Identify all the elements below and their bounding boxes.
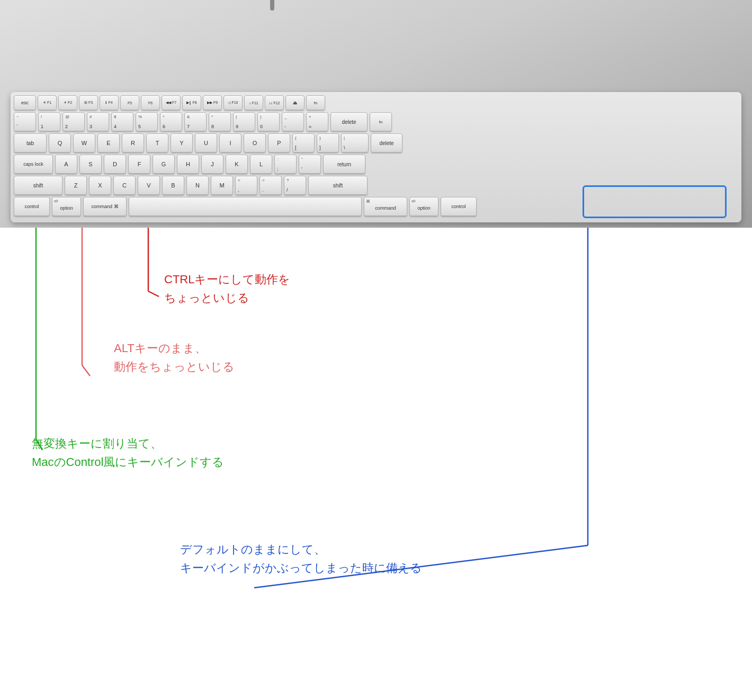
- key-h[interactable]: H: [177, 155, 199, 174]
- key-space[interactable]: [129, 197, 362, 216]
- key-caps-lock[interactable]: caps lock: [14, 155, 53, 174]
- key-esc[interactable]: esc: [14, 95, 36, 110]
- key-x[interactable]: X: [89, 176, 111, 195]
- key-shift-right[interactable]: shift: [308, 176, 368, 195]
- key-l[interactable]: L: [250, 155, 272, 174]
- key-backslash[interactable]: |\: [341, 133, 369, 152]
- key-minus[interactable]: _-: [282, 112, 304, 131]
- key-delete[interactable]: delete: [330, 112, 368, 131]
- key-3[interactable]: #3: [87, 112, 109, 131]
- key-u[interactable]: U: [195, 133, 217, 152]
- bottom-row: control alt option command ⌘ ⌘ command a…: [14, 197, 738, 216]
- key-0[interactable]: )0: [257, 112, 280, 131]
- key-c[interactable]: C: [113, 176, 136, 195]
- z-row: shift Z X C V B N M <, >. ?/ shift: [14, 176, 738, 195]
- key-t[interactable]: T: [146, 133, 168, 152]
- annotation-alt: ALTキーのまま、 動作をちょっといじる: [114, 339, 235, 376]
- key-f5[interactable]: F5: [120, 95, 139, 110]
- key-option-right[interactable]: alt option: [409, 197, 438, 216]
- key-quote[interactable]: "': [299, 155, 321, 174]
- key-p[interactable]: P: [268, 133, 290, 152]
- key-period[interactable]: >.: [259, 176, 282, 195]
- key-b[interactable]: B: [162, 176, 184, 195]
- key-r[interactable]: R: [122, 133, 144, 152]
- key-f6[interactable]: F6: [141, 95, 160, 110]
- alt-subtitle: 動作をちょっといじる: [114, 357, 235, 376]
- key-f10[interactable]: ◁ F10: [223, 95, 243, 110]
- key-j[interactable]: J: [201, 155, 223, 174]
- keyboard-cable: [270, 0, 274, 11]
- muhenkan-title: 無変換キーに割り当て、: [32, 434, 224, 453]
- key-eject[interactable]: ⏏: [285, 95, 305, 110]
- key-f7[interactable]: ◀◀ F7: [162, 95, 181, 110]
- key-f9[interactable]: ▶▶ F9: [203, 95, 222, 110]
- key-f12[interactable]: ♪♪ F12: [265, 95, 284, 110]
- fn-key-row: esc ☀ F1 ☀ F2 ⊞ F3 ℹ F4 F5 F6 ◀◀ F7 ▶‖ F…: [14, 95, 738, 110]
- key-1[interactable]: !1: [38, 112, 60, 131]
- default-subtitle: キーバインドがかぶってしまった時に備える: [180, 559, 422, 577]
- key-5[interactable]: %5: [136, 112, 158, 131]
- key-fn-right[interactable]: fn: [370, 112, 392, 131]
- key-f1[interactable]: ☀ F1: [38, 95, 57, 110]
- ctrl-subtitle: ちょっといじる: [164, 289, 290, 307]
- key-g[interactable]: G: [153, 155, 175, 174]
- key-shift-left[interactable]: shift: [14, 176, 62, 195]
- key-w[interactable]: W: [73, 133, 95, 152]
- key-f3[interactable]: ⊞ F3: [79, 95, 98, 110]
- key-delete2[interactable]: delete: [371, 133, 402, 152]
- key-f4[interactable]: ℹ F4: [100, 95, 119, 110]
- keyboard-section: esc ☀ F1 ☀ F2 ⊞ F3 ℹ F4 F5 F6 ◀◀ F7 ▶‖ F…: [0, 0, 752, 228]
- key-fn[interactable]: fn: [306, 95, 325, 110]
- key-2[interactable]: @2: [62, 112, 85, 131]
- muhenkan-subtitle: MacのControl風にキーバインドする: [32, 453, 224, 471]
- annotation-section: CTRLキーにして動作を ちょっといじる ALTキーのまま、 動作をちょっといじ…: [0, 228, 752, 700]
- key-z[interactable]: Z: [65, 176, 87, 195]
- key-n[interactable]: N: [186, 176, 209, 195]
- key-semicolon[interactable]: :;: [274, 155, 297, 174]
- svg-line-5: [148, 291, 159, 297]
- a-row: caps lock A S D F G H J K L :; "' return: [14, 155, 738, 174]
- key-k[interactable]: K: [226, 155, 248, 174]
- key-o[interactable]: O: [244, 133, 266, 152]
- key-bracket-l[interactable]: {[: [292, 133, 315, 152]
- key-return[interactable]: return: [323, 155, 365, 174]
- key-s[interactable]: S: [79, 155, 102, 174]
- key-tilde[interactable]: ~`: [14, 112, 36, 131]
- ctrl-title: CTRLキーにして動作を: [164, 270, 290, 289]
- key-f2[interactable]: ☀ F2: [58, 95, 77, 110]
- key-tab[interactable]: tab: [14, 133, 47, 152]
- key-q[interactable]: Q: [49, 133, 71, 152]
- annotation-ctrl: CTRLキーにして動作を ちょっといじる: [164, 270, 290, 307]
- key-8[interactable]: *8: [209, 112, 231, 131]
- number-row: ~` !1 @2 #3 $4 %5 ^6: [14, 112, 738, 131]
- key-4[interactable]: $4: [111, 112, 133, 131]
- key-f8[interactable]: ▶‖ F8: [182, 95, 201, 110]
- key-control-left[interactable]: control: [14, 197, 50, 216]
- keyboard-wrapper: esc ☀ F1 ☀ F2 ⊞ F3 ℹ F4 F5 F6 ◀◀ F7 ▶‖ F…: [0, 0, 752, 700]
- key-y[interactable]: Y: [171, 133, 193, 152]
- keyboard-body: esc ☀ F1 ☀ F2 ⊞ F3 ℹ F4 F5 F6 ◀◀ F7 ▶‖ F…: [11, 92, 741, 222]
- key-9[interactable]: (9: [233, 112, 255, 131]
- key-m[interactable]: M: [211, 176, 233, 195]
- key-equal[interactable]: +=: [306, 112, 328, 131]
- key-f11[interactable]: ♪ F11: [244, 95, 263, 110]
- key-control-right[interactable]: control: [441, 197, 477, 216]
- alt-title: ALTキーのまま、: [114, 339, 235, 357]
- key-command-right[interactable]: ⌘ command: [364, 197, 407, 216]
- key-f[interactable]: F: [128, 155, 150, 174]
- svg-line-3: [82, 365, 90, 376]
- key-6[interactable]: ^6: [160, 112, 182, 131]
- key-slash[interactable]: ?/: [284, 176, 306, 195]
- default-title: デフォルトのままにして、: [180, 540, 422, 559]
- key-v[interactable]: V: [138, 176, 160, 195]
- key-comma[interactable]: <,: [235, 176, 257, 195]
- key-e[interactable]: E: [97, 133, 120, 152]
- key-7[interactable]: &7: [184, 112, 207, 131]
- key-option-left[interactable]: alt option: [52, 197, 81, 216]
- key-d[interactable]: D: [104, 155, 126, 174]
- key-i[interactable]: I: [219, 133, 241, 152]
- key-bracket-r[interactable]: }]: [317, 133, 339, 152]
- key-command-left[interactable]: command ⌘: [83, 197, 127, 216]
- key-a[interactable]: A: [55, 155, 77, 174]
- annotation-muhenkan: 無変換キーに割り当て、 MacのControl風にキーバインドする: [32, 434, 224, 471]
